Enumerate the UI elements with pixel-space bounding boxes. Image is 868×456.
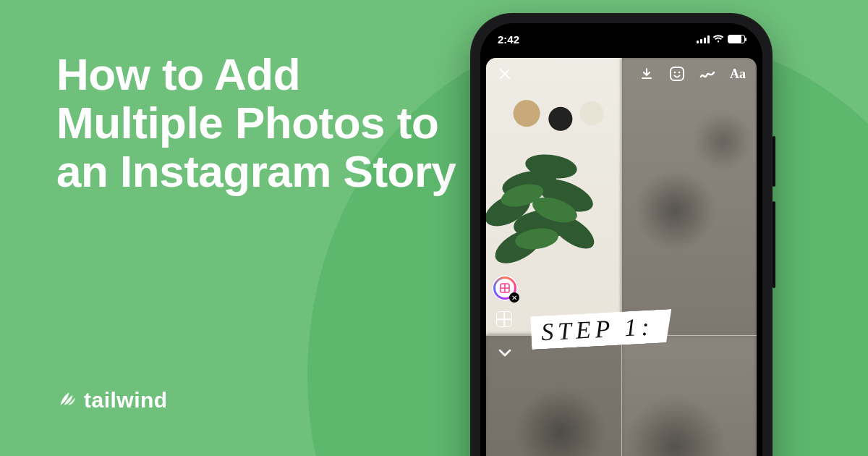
draw-icon[interactable] (699, 65, 716, 83)
wifi-icon (712, 33, 724, 46)
chevron-down-icon[interactable] (498, 347, 512, 360)
layout-cell-bottom-right[interactable] (621, 335, 757, 456)
cellular-signal-icon (697, 35, 709, 43)
phone-notch (553, 23, 690, 43)
story-top-toolbar: Aa (496, 65, 746, 83)
tailwind-logo-icon (56, 389, 77, 412)
svg-point-11 (674, 72, 676, 74)
plant-photo-decor (486, 123, 609, 282)
text-tool-icon[interactable]: Aa (729, 65, 746, 83)
layout-cell-top-right[interactable] (621, 58, 757, 335)
phone-screen: 2:42 (480, 23, 762, 456)
remove-sticker-icon[interactable]: ✕ (509, 292, 519, 303)
svg-point-12 (678, 72, 681, 74)
svg-rect-10 (671, 67, 684, 80)
phone-mockup: 2:42 (470, 13, 773, 456)
headline-text: How to Add Multiple Photos to an Instagr… (56, 51, 461, 196)
change-grid-icon[interactable] (496, 311, 512, 327)
brand-name: tailwind (84, 388, 168, 413)
promo-card: How to Add Multiple Photos to an Instagr… (0, 0, 868, 456)
story-editor-canvas[interactable]: Aa ✕ STEP 1: (486, 58, 757, 456)
battery-icon (728, 35, 745, 43)
download-icon[interactable] (638, 65, 655, 83)
brand-lockup: tailwind (56, 388, 168, 413)
status-time: 2:42 (498, 33, 519, 46)
sticker-icon[interactable] (668, 65, 686, 83)
close-icon[interactable] (496, 65, 514, 83)
layout-sticker-badge[interactable]: ✕ (492, 275, 518, 301)
grid-divider-vertical (621, 58, 622, 456)
